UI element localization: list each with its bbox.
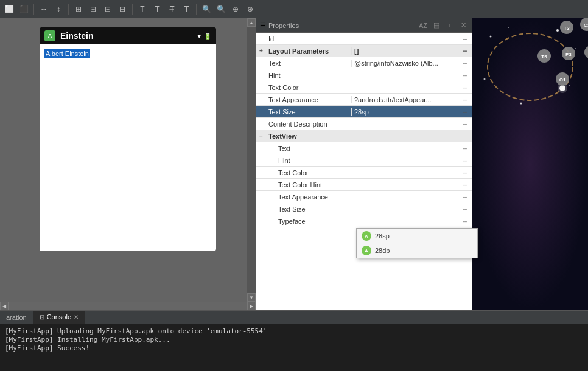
prop-label-textview: TextView <box>266 133 351 140</box>
svg-point-6 <box>569 85 570 86</box>
prop-dots-tv-textappearance[interactable]: ··· <box>458 193 472 201</box>
svg-point-20 <box>584 46 588 59</box>
scroll-right-btn[interactable]: ▶ <box>247 302 256 310</box>
prop-row-tv-textcolor[interactable]: Text Color ··· <box>256 167 472 179</box>
prop-row-textcolor[interactable]: Text Color ··· <box>256 81 472 94</box>
tab-close-icon[interactable]: ✕ <box>74 314 79 321</box>
toolbar-btn-2[interactable]: ⬛ <box>17 2 30 16</box>
prop-row-textappearance[interactable]: Text Appearance ?android:attr/textAppear… <box>256 94 472 106</box>
toolbar-btn-1[interactable]: ⬜ <box>2 2 16 16</box>
prop-label-tv-text: Text <box>266 145 351 152</box>
toolbar-sep-1 <box>33 4 34 15</box>
prop-row-tv-textsize[interactable]: Text Size ··· <box>256 203 472 215</box>
prop-dots-tv-textcolor[interactable]: ··· <box>458 169 472 176</box>
prop-value-textsize[interactable]: 28sp <box>351 108 458 116</box>
add-btn[interactable]: + <box>444 20 455 31</box>
prop-dots-textcolor[interactable]: ··· <box>458 84 472 91</box>
prop-dots-id[interactable]: ··· <box>458 35 472 43</box>
close-header-btn[interactable]: ✕ <box>458 20 469 31</box>
prop-row-tv-text[interactable]: Text ··· <box>256 142 472 154</box>
tab-console[interactable]: ⊡ Console ✕ <box>33 311 85 324</box>
app-icon: A <box>44 30 55 41</box>
prop-row-layout[interactable]: + Layout Parameters [] ··· <box>256 45 472 57</box>
android-screen: Albert Einstein <box>40 44 216 251</box>
toolbar-btn-11[interactable]: T̶ <box>165 2 178 16</box>
dropdown-label-28sp: 28sp <box>375 232 390 240</box>
prop-dots-textappearance[interactable]: ··· <box>458 96 472 103</box>
console-line-2: [MyFirstApp] Installing MyFirstApp.apk..… <box>5 336 583 344</box>
toolbar-btn-12[interactable]: T̳ <box>180 2 193 16</box>
prop-row-textview[interactable]: − TextView <box>256 130 472 142</box>
prop-dots-tv-hint[interactable]: ··· <box>458 157 472 164</box>
expand-icon-layout[interactable]: + <box>256 47 266 54</box>
toolbar-btn-4[interactable]: ↕ <box>52 2 65 16</box>
prop-row-tv-textcolorhint[interactable]: Text Color Hint ··· <box>256 179 472 191</box>
prop-dots-text[interactable]: ··· <box>458 60 472 67</box>
scroll-left-btn[interactable]: ◀ <box>0 302 9 310</box>
prop-row-text[interactable]: Text @string/infoNazwisko (Alb... ··· <box>256 57 472 69</box>
prop-dots-layout[interactable]: ··· <box>458 47 472 55</box>
prop-row-tv-hint[interactable]: Hint ··· <box>256 154 472 167</box>
svg-text:O1: O1 <box>559 77 566 83</box>
toolbar-btn-6[interactable]: ⊟ <box>86 2 100 16</box>
scroll-thumb-h <box>9 302 247 310</box>
prop-row-id[interactable]: Id ··· <box>256 33 472 45</box>
toolbar-sep-3 <box>132 4 133 15</box>
zoom-in-btn[interactable]: 🔍 <box>200 2 213 16</box>
star-background: T3 C3 C2 T5 P3 Pz O1 <box>472 18 588 310</box>
tab-declaration[interactable]: aration <box>0 311 33 324</box>
textsize-dropdown: A 28sp A 28dp <box>356 228 478 258</box>
prop-label-tv-textcolorhint: Text Color Hint <box>266 181 351 189</box>
prop-dots-tv-typeface[interactable]: ··· <box>458 218 472 225</box>
toolbar-btn-7[interactable]: ⊟ <box>101 2 114 16</box>
preview-scrollbar-v[interactable]: ▲ ▼ <box>247 18 256 302</box>
toolbar-btn-3[interactable]: ↔ <box>37 2 51 16</box>
prop-dots-tv-textsize[interactable]: ··· <box>458 206 472 213</box>
prop-row-textsize[interactable]: Text Size 28sp ··· <box>256 106 472 118</box>
prop-label-tv-typeface: Typeface <box>266 218 351 225</box>
prop-label-textappearance: Text Appearance <box>266 96 351 103</box>
prop-row-hint[interactable]: Hint ··· <box>256 69 472 81</box>
console-content: [MyFirstApp] Uploading MyFirstApp.apk on… <box>0 324 588 371</box>
prop-dots-tv-text[interactable]: ··· <box>458 145 472 152</box>
preview-scrollbar-h[interactable]: ◀ ▶ <box>0 302 256 310</box>
properties-title: Properties <box>268 22 415 29</box>
dropdown-item-28sp[interactable]: A 28sp <box>357 229 477 243</box>
toolbar-btn-8[interactable]: ⊟ <box>116 2 129 16</box>
prop-label-tv-textcolor: Text Color <box>266 169 351 176</box>
toolbar-btn-5[interactable]: ⊞ <box>72 2 85 16</box>
prop-label-layout: Layout Parameters <box>266 47 351 55</box>
toolbar-sep-2 <box>68 4 69 15</box>
zoom-out-btn[interactable]: 🔍 <box>214 2 228 16</box>
prop-value-textappearance[interactable]: ?android:attr/textAppear... <box>351 96 458 103</box>
prop-dots-tv-textcolorhint[interactable]: ··· <box>458 181 472 189</box>
scroll-up-btn[interactable]: ▲ <box>247 18 256 27</box>
prop-row-contentdesc[interactable]: Content Description ··· <box>256 118 472 130</box>
prop-dots-contentdesc[interactable]: ··· <box>458 120 472 128</box>
android-device: A Einstein ▼ 🔋 Albert Einstein <box>40 27 216 251</box>
selected-text-element[interactable]: Albert Einstein <box>44 49 90 58</box>
prop-dots-hint[interactable]: ··· <box>458 72 472 79</box>
sort-alpha-btn[interactable]: AZ <box>418 20 429 31</box>
toolbar-btn-9[interactable]: T <box>136 2 149 16</box>
prop-dots-textsize[interactable]: ··· <box>458 108 472 116</box>
signal-icon: ▼ 🔋 <box>196 33 211 40</box>
main-toolbar: ⬜ ⬛ ↔ ↕ ⊞ ⊟ ⊟ ⊟ T T̲ T̶ T̳ 🔍 🔍 ⊕ ⊕ <box>0 0 588 18</box>
console-icon: ⊡ <box>40 314 44 321</box>
filter-btn[interactable]: ▤ <box>431 20 442 31</box>
dropdown-item-28dp[interactable]: A 28dp <box>357 243 477 258</box>
console-line-1: [MyFirstApp] Uploading MyFirstApp.apk on… <box>5 327 583 335</box>
prop-value-layout[interactable]: [] <box>351 47 458 55</box>
svg-text:T5: T5 <box>541 54 547 60</box>
expand-icon-textview[interactable]: − <box>256 133 266 139</box>
svg-point-5 <box>484 78 486 80</box>
prop-row-tv-textappearance[interactable]: Text Appearance ··· <box>256 191 472 203</box>
prop-value-text[interactable]: @string/infoNazwisko (Alb... <box>351 60 458 67</box>
prop-row-tv-typeface[interactable]: Typeface ··· <box>256 215 472 227</box>
toolbar-btn-10[interactable]: T̲ <box>150 2 164 16</box>
scroll-down-btn[interactable]: ▼ <box>247 293 256 302</box>
scroll-track-v <box>247 27 256 293</box>
zoom-actual-btn[interactable]: ⊕ <box>243 2 257 16</box>
tab-console-label: Console <box>47 313 71 321</box>
zoom-fit-btn[interactable]: ⊕ <box>229 2 242 16</box>
